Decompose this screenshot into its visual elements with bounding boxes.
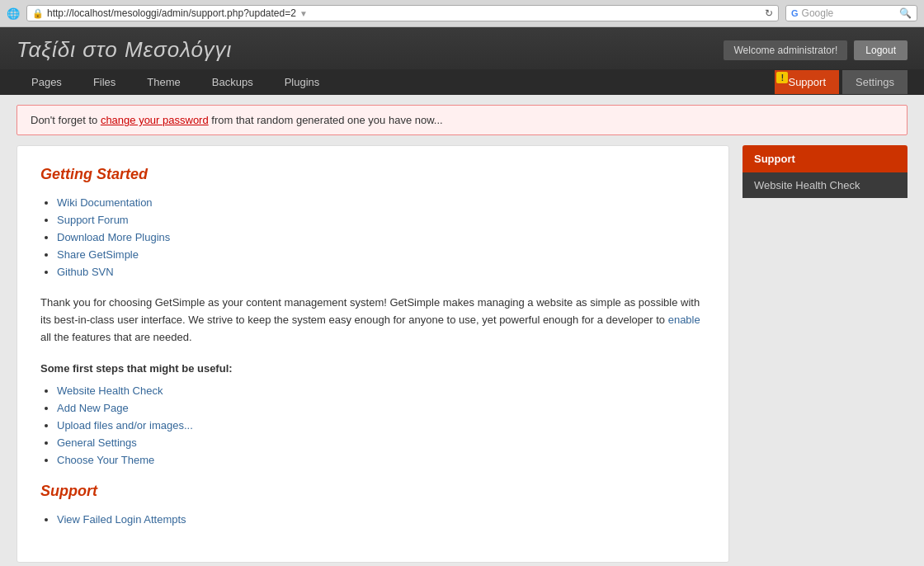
nav-item-theme[interactable]: Theme: [132, 69, 195, 95]
body-paragraph: Thank you for choosing GetSimple as your…: [40, 295, 705, 346]
sidebar: Support Website Health Check: [742, 145, 908, 563]
site-title: Ταξίδι στο Μεσολόγγι: [16, 37, 232, 63]
content-area: Getting Started Wiki Documentation Suppo…: [16, 145, 729, 563]
alert-banner: Don't forget to change your password fro…: [16, 105, 908, 135]
support-label: Support: [788, 76, 826, 88]
browser-chrome: 🌐 🔒 http://localhost/mesologgi/admin/sup…: [0, 0, 924, 27]
support-list: View Failed Login Attempts: [40, 513, 705, 526]
nav-settings-button[interactable]: Settings: [842, 70, 908, 94]
url-text: http://localhost/mesologgi/admin/support…: [47, 7, 296, 19]
support-section-title: Support: [40, 483, 705, 500]
list-item: General Settings: [57, 436, 705, 449]
wiki-doc-link[interactable]: Wiki Documentation: [57, 196, 153, 209]
nav-left: Pages Files Theme Backups Plugins: [16, 69, 334, 95]
header-actions: Welcome administrator! Logout: [724, 40, 908, 60]
nav-item-pages[interactable]: Pages: [16, 69, 77, 95]
nav-bar: Pages Files Theme Backups Plugins ! Supp…: [0, 69, 924, 95]
search-placeholder: Google: [802, 7, 834, 19]
getting-started-list: Wiki Documentation Support Forum Downloa…: [40, 196, 705, 278]
share-getsimple-link[interactable]: Share GetSimple: [57, 248, 139, 261]
github-svn-link[interactable]: Github SVN: [57, 266, 114, 278]
getting-started-title: Getting Started: [40, 166, 705, 183]
sidebar-support-button[interactable]: Support: [742, 145, 908, 172]
url-dropdown-icon[interactable]: ▼: [299, 9, 308, 18]
browser-globe-icon: 🌐: [7, 7, 20, 20]
list-item: Website Health Check: [57, 384, 705, 397]
logout-button[interactable]: Logout: [854, 40, 908, 60]
url-icon: 🔒: [32, 8, 44, 19]
health-check-link[interactable]: Website Health Check: [57, 384, 163, 397]
failed-login-link[interactable]: View Failed Login Attempts: [57, 513, 186, 526]
refresh-icon[interactable]: ↻: [765, 7, 773, 19]
nav-item-plugins[interactable]: Plugins: [270, 69, 335, 95]
main-wrapper: Getting Started Wiki Documentation Suppo…: [0, 135, 924, 566]
sidebar-health-check-label: Website Health Check: [754, 179, 860, 191]
welcome-text: Welcome administrator!: [724, 40, 847, 60]
download-plugins-link[interactable]: Download More Plugins: [57, 231, 170, 243]
sidebar-health-check-button[interactable]: Website Health Check: [742, 172, 908, 198]
nav-item-backups[interactable]: Backups: [197, 69, 268, 95]
search-submit-icon[interactable]: 🔍: [899, 7, 912, 19]
first-steps-title: Some first steps that might be useful:: [40, 362, 705, 375]
list-item: Upload files and/or images...: [57, 419, 705, 432]
alert-text-after: from that random generated one you have …: [209, 114, 443, 126]
change-password-link[interactable]: change your password: [101, 114, 209, 126]
alert-text-before: Don't forget to: [31, 114, 101, 126]
sidebar-support-label: Support: [754, 153, 795, 165]
list-item: Github SVN: [57, 266, 705, 278]
list-item: View Failed Login Attempts: [57, 513, 705, 526]
list-item: Add New Page: [57, 402, 705, 414]
google-icon: G: [791, 8, 799, 18]
choose-theme-link[interactable]: Choose Your Theme: [57, 454, 154, 466]
nav-support-button[interactable]: ! Support: [775, 70, 839, 94]
list-item: Download More Plugins: [57, 231, 705, 243]
url-bar[interactable]: 🔒 http://localhost/mesologgi/admin/suppo…: [26, 5, 779, 21]
general-settings-link[interactable]: General Settings: [57, 436, 137, 449]
list-item: Share GetSimple: [57, 248, 705, 261]
site-header: Ταξίδι στο Μεσολόγγι Welcome administrat…: [0, 27, 924, 95]
nav-item-files[interactable]: Files: [78, 69, 130, 95]
first-steps-list: Website Health Check Add New Page Upload…: [40, 384, 705, 466]
list-item: Support Forum: [57, 214, 705, 226]
support-badge: !: [776, 72, 788, 83]
list-item: Choose Your Theme: [57, 454, 705, 466]
enable-link[interactable]: enable: [668, 314, 700, 326]
list-item: Wiki Documentation: [57, 196, 705, 209]
support-forum-link[interactable]: Support Forum: [57, 214, 129, 226]
add-new-page-link[interactable]: Add New Page: [57, 402, 129, 414]
header-top: Ταξίδι στο Μεσολόγγι Welcome administrat…: [0, 27, 924, 69]
search-bar[interactable]: G Google 🔍: [785, 5, 917, 21]
upload-files-link[interactable]: Upload files and/or images...: [57, 419, 193, 432]
nav-right: ! Support Settings: [775, 70, 908, 94]
